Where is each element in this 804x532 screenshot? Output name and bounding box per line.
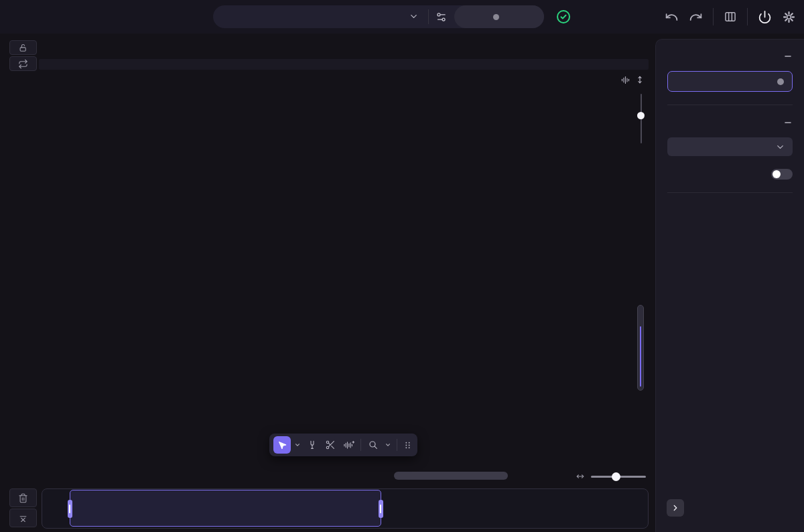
loop-button[interactable]: [9, 56, 37, 71]
expand-panel-button[interactable]: [667, 499, 684, 517]
zoom-tool-button[interactable]: [365, 436, 381, 454]
audio-overview[interactable]: [42, 488, 649, 529]
vertical-scrollbar[interactable]: [637, 305, 644, 391]
redo-icon: [689, 10, 703, 24]
delete-button[interactable]: [9, 488, 37, 507]
gear-icon: [782, 10, 796, 24]
macro-select-dropdown[interactable]: [213, 5, 428, 28]
editor-corner-tools: [620, 75, 645, 85]
toggle-knob: [773, 170, 781, 178]
waveform-plus-icon: [343, 440, 354, 451]
snap-toggle[interactable]: [771, 169, 793, 180]
tuning-fork-icon: [307, 440, 318, 450]
status-check-icon: [555, 9, 572, 25]
divider: [667, 192, 793, 193]
repitch-window: [0, 0, 804, 532]
track-status-dot: [777, 78, 784, 85]
sliders-icon: [436, 11, 447, 23]
undo-icon: [665, 10, 679, 24]
lock-open-icon: [18, 43, 28, 53]
vertical-zoom-handle[interactable]: [637, 112, 645, 119]
topbar-actions: [665, 0, 796, 34]
overview-selection[interactable]: [70, 490, 381, 527]
magnifier-icon: [368, 440, 379, 450]
track-item-lead-vocal[interactable]: [667, 71, 793, 92]
timeline-ruler[interactable]: [39, 40, 649, 56]
edit-toolbar: [269, 434, 417, 456]
horizontal-zoom-handle[interactable]: [612, 472, 620, 481]
divider: [667, 105, 793, 105]
lock-button[interactable]: [9, 40, 37, 55]
minus-icon: [783, 118, 793, 127]
toolbar-drag-handle[interactable]: [401, 436, 413, 454]
divider: [360, 439, 361, 451]
pitch-tool-button[interactable]: [304, 436, 320, 454]
split-cut-icon: [18, 513, 28, 523]
selection-start-handle[interactable]: [68, 500, 72, 518]
cursor-icon: [277, 440, 287, 450]
settings-button[interactable]: [782, 10, 796, 24]
scale-collapse-button[interactable]: [783, 118, 793, 127]
tracks-collapse-button[interactable]: [783, 52, 793, 61]
columns-icon: [724, 10, 737, 23]
scissors-icon: [325, 440, 336, 450]
waveform-tool-button[interactable]: [340, 436, 356, 454]
horizontal-zoom-icon: [576, 472, 585, 481]
chevron-down-icon: [294, 442, 301, 448]
vertical-resize-icon[interactable]: [635, 75, 645, 85]
grip-dots-icon: [403, 440, 412, 450]
tracks-header: [667, 50, 793, 62]
macro-settings-button[interactable]: [429, 5, 453, 28]
snap-setting-row: [667, 169, 793, 180]
waveform-view-icon[interactable]: [620, 75, 630, 85]
divider: [713, 8, 714, 25]
selection-end-handle[interactable]: [379, 500, 383, 518]
vertical-scrollbar-accent: [640, 326, 641, 387]
divider: [397, 439, 397, 451]
layout-columns-button[interactable]: [724, 10, 737, 23]
macro-group: [213, 5, 544, 28]
repeat-icon: [18, 59, 28, 69]
divider: [747, 8, 748, 25]
select-tool-options-button[interactable]: [293, 436, 302, 454]
chevron-down-icon: [409, 11, 419, 21]
scale-header: [667, 117, 793, 129]
undo-button[interactable]: [665, 10, 679, 24]
power-button[interactable]: [758, 10, 772, 24]
scale-select-dropdown[interactable]: [667, 137, 793, 156]
select-tool-button[interactable]: [273, 436, 291, 454]
horizontal-scrollbar[interactable]: [394, 472, 508, 480]
chevron-down-icon: [775, 142, 785, 152]
power-icon: [758, 10, 772, 24]
chevron-right-icon: [671, 503, 680, 513]
minus-icon: [783, 52, 793, 61]
capture-strip: [39, 59, 649, 70]
topbar: [0, 0, 804, 34]
redo-button[interactable]: [689, 10, 703, 24]
chevron-down-icon: [385, 442, 391, 448]
trash-icon: [18, 493, 28, 503]
zoom-tool-options-button[interactable]: [383, 436, 393, 454]
scissors-tool-button[interactable]: [322, 436, 338, 454]
capture-button[interactable]: [454, 5, 544, 28]
app-brand: [9, 7, 12, 25]
sidebar: [655, 39, 804, 532]
capture-indicator-dot: [493, 14, 499, 20]
split-button[interactable]: [9, 509, 37, 527]
